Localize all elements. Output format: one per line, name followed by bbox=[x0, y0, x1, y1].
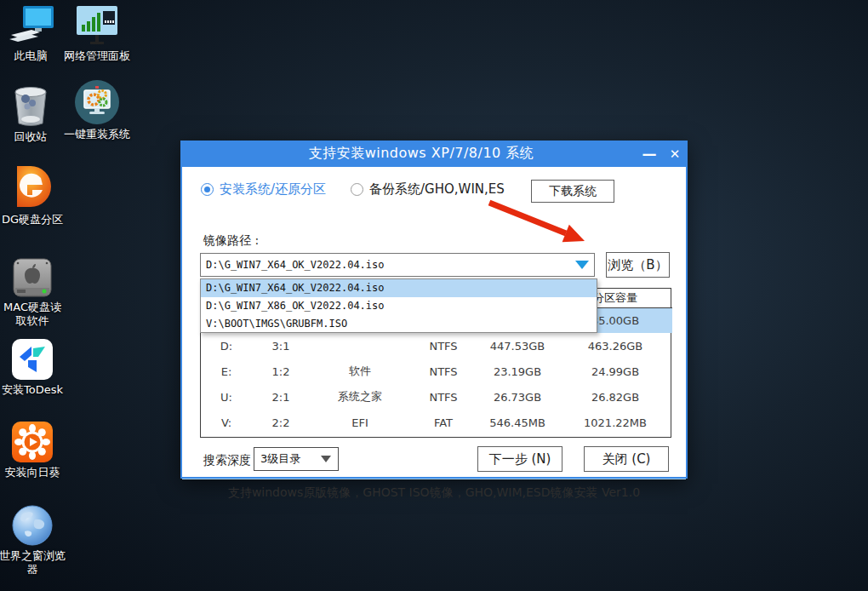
cell-drive: U: bbox=[201, 384, 252, 410]
dg-partition-icon bbox=[10, 168, 54, 210]
network-panel-icon bbox=[75, 4, 119, 47]
chevron-down-icon[interactable] bbox=[575, 261, 589, 269]
backup-radio-label: 备份系统/GHO,WIN,ES bbox=[369, 181, 505, 198]
search-depth-value: 3级目录 bbox=[254, 451, 321, 467]
icon-label: MAC硬盘读取软件 bbox=[0, 301, 66, 329]
browse-button[interactable]: 浏览（B） bbox=[606, 252, 670, 278]
table-row[interactable]: D: 3:1 NTFS 447.53GB 463.26GB bbox=[201, 333, 672, 359]
cell-capacity: 463.26GB bbox=[558, 333, 672, 359]
sunflower-icon bbox=[11, 421, 54, 463]
icon-label: 一键重装系统 bbox=[64, 128, 130, 141]
cell-fs: NTFS bbox=[410, 359, 477, 384]
cell-label bbox=[310, 333, 410, 359]
mode-radio-group: 安装系统/还原分区 备份系统/GHO,WIN,ES bbox=[201, 181, 505, 198]
close-window-button[interactable]: ✕ bbox=[662, 141, 688, 167]
dialog-title: 支持安装windows XP/7/8/10 系统 bbox=[206, 145, 637, 163]
mac-disk-reader-icon bbox=[12, 255, 53, 298]
this-pc-icon bbox=[6, 4, 55, 47]
desktop-icon-recycle-bin[interactable]: 回收站 bbox=[0, 85, 66, 144]
desktop-icon-dg-partition[interactable]: DG硬盘分区 bbox=[0, 168, 68, 227]
image-path-label: 镜像路径 : bbox=[203, 233, 259, 249]
cell-ratio: 1:2 bbox=[252, 359, 310, 384]
installer-dialog: · 支持安装windows XP/7/8/10 系统 — ✕ 安装系统/还原分区… bbox=[180, 141, 688, 479]
minimize-icon: — bbox=[642, 146, 657, 163]
dialog-body: 安装系统/还原分区 备份系统/GHO,WIN,ES 下载系统 镜像路径 : D:… bbox=[182, 167, 686, 477]
todesk-icon bbox=[11, 338, 54, 381]
icon-label: 此电脑 bbox=[14, 49, 48, 63]
cell-capacity: 24.99GB bbox=[558, 359, 672, 384]
image-path-dropdown-list: D:\G_WIN7_X64_OK_V2022.04.iso D:\G_WIN7_… bbox=[200, 278, 597, 333]
next-step-button[interactable]: 下一步 (N) bbox=[477, 446, 562, 472]
desktop-icon-this-pc[interactable]: 此电脑 bbox=[0, 4, 66, 63]
install-restore-radio-label: 安装系统/还原分区 bbox=[220, 181, 326, 198]
cell-fs: NTFS bbox=[410, 333, 477, 359]
cell-fs: FAT bbox=[410, 410, 477, 435]
icon-label: 网络管理面板 bbox=[64, 49, 130, 63]
cell-drive: E: bbox=[201, 359, 252, 384]
one-key-reinstall-icon bbox=[74, 83, 120, 125]
footer-text: 支持windows原版镜像，GHOST ISO镜像，GHO,WIM,ESD镜像安… bbox=[182, 485, 686, 501]
desktop-icon-mac-disk-reader[interactable]: MAC硬盘读取软件 bbox=[0, 255, 68, 329]
cell-fs: NTFS bbox=[410, 384, 477, 410]
cell-ratio: 2:1 bbox=[252, 384, 310, 410]
recycle-bin-icon bbox=[10, 85, 51, 128]
dropdown-item[interactable]: D:\G_WIN7_X86_OK_V2022.04.iso bbox=[201, 297, 597, 315]
dialog-titlebar[interactable]: · 支持安装windows XP/7/8/10 系统 — ✕ bbox=[180, 141, 688, 167]
icon-label: 世界之窗浏览器 bbox=[0, 549, 66, 577]
icon-label: 安装ToDesk bbox=[2, 383, 63, 397]
cell-label: EFI bbox=[310, 410, 410, 435]
world-window-browser-icon bbox=[11, 504, 54, 547]
desktop-icon-one-key-reinstall[interactable]: 一键重装系统 bbox=[61, 83, 133, 141]
cell-ratio: 2:2 bbox=[252, 410, 310, 435]
cell-used: 447.53GB bbox=[477, 333, 558, 359]
image-path-value: D:\G_WIN7_X64_OK_V2022.04.iso bbox=[201, 259, 575, 271]
image-path-combobox[interactable]: D:\G_WIN7_X64_OK_V2022.04.iso bbox=[200, 253, 595, 277]
cell-capacity: 1021.22MB bbox=[558, 410, 672, 435]
close-icon: ✕ bbox=[670, 146, 681, 162]
cell-drive: D: bbox=[201, 333, 252, 359]
search-depth-select[interactable]: 3级目录 bbox=[254, 447, 339, 471]
icon-label: 安装向日葵 bbox=[5, 466, 60, 479]
table-row[interactable]: E: 1:2 软件 NTFS 23.19GB 24.99GB bbox=[201, 359, 672, 384]
cell-ratio: 3:1 bbox=[252, 333, 310, 359]
chevron-down-icon bbox=[321, 456, 331, 462]
desktop-icon-sunflower[interactable]: 安装向日葵 bbox=[0, 421, 68, 479]
icon-label: 回收站 bbox=[14, 130, 48, 144]
cell-label: 系统之家 bbox=[310, 384, 410, 410]
cell-used: 26.73GB bbox=[477, 384, 558, 410]
install-restore-radio[interactable] bbox=[201, 183, 214, 196]
cell-capacity: 26.82GB bbox=[558, 384, 672, 410]
close-button[interactable]: 关闭 (C) bbox=[584, 446, 669, 472]
dropdown-item[interactable]: D:\G_WIN7_X64_OK_V2022.04.iso bbox=[201, 279, 597, 297]
cell-used: 546.45MB bbox=[477, 410, 558, 435]
backup-radio[interactable] bbox=[351, 183, 363, 196]
table-row[interactable]: U: 2:1 系统之家 NTFS 26.73GB 26.82GB bbox=[201, 384, 672, 410]
desktop-icon-network-panel[interactable]: 网络管理面板 bbox=[61, 4, 133, 63]
icon-label: DG硬盘分区 bbox=[2, 213, 63, 227]
table-row[interactable]: V: 2:2 EFI FAT 546.45MB 1021.22MB bbox=[201, 410, 672, 435]
desktop-icon-todesk[interactable]: 安装ToDesk bbox=[0, 338, 68, 397]
cell-label: 软件 bbox=[310, 359, 410, 384]
download-system-button[interactable]: 下载系统 bbox=[531, 180, 614, 203]
cell-drive: V: bbox=[201, 410, 252, 435]
desktop-icon-world-window-browser[interactable]: 世界之窗浏览器 bbox=[0, 504, 68, 577]
cell-used: 23.19GB bbox=[477, 359, 558, 384]
minimize-button[interactable]: — bbox=[637, 141, 662, 167]
footer-divider bbox=[182, 479, 686, 479]
dropdown-item[interactable]: V:\BOOT\IMGS\GRUBFM.ISO bbox=[201, 315, 597, 333]
search-depth-label: 搜索深度 bbox=[203, 453, 251, 468]
